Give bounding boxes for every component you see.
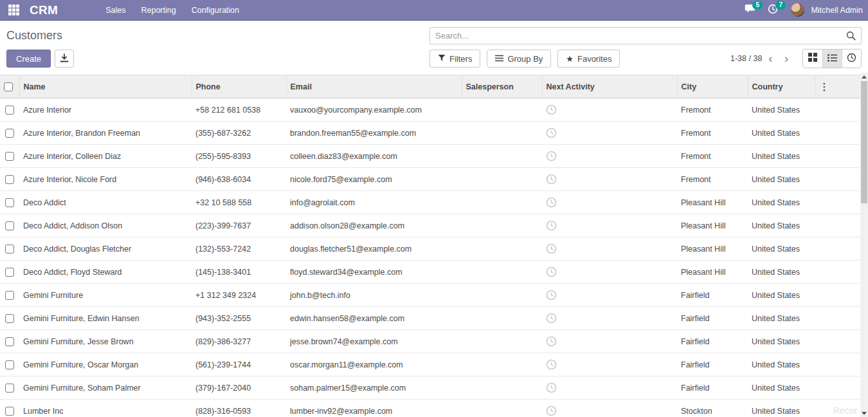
- row-checkbox[interactable]: [5, 198, 14, 207]
- next-activity-clock-icon[interactable]: [546, 197, 673, 208]
- vertical-scrollbar[interactable]: [860, 73, 868, 417]
- table-row[interactable]: Azure Interior, Nicole Ford (946)-638-60…: [0, 168, 860, 191]
- cell-name[interactable]: Gemini Furniture, Edwin Hansen: [19, 307, 192, 330]
- table-row[interactable]: Gemini Furniture, Jesse Brown (829)-386-…: [0, 330, 860, 353]
- next-activity-clock-icon[interactable]: [546, 313, 673, 324]
- next-activity-clock-icon[interactable]: [546, 220, 673, 231]
- table-row[interactable]: Azure Interior, Brandon Freeman (355)-68…: [0, 122, 860, 145]
- table-row[interactable]: Deco Addict +32 10 588 558 info@agrolait…: [0, 191, 860, 214]
- cell-name[interactable]: Deco Addict, Addison Olson: [19, 214, 192, 237]
- table-row[interactable]: Gemini Furniture +1 312 349 2324 john.b@…: [0, 284, 860, 307]
- table-row[interactable]: Deco Addict, Addison Olson (223)-399-763…: [0, 214, 860, 237]
- column-header-name[interactable]: Name: [19, 75, 192, 98]
- next-activity-clock-icon[interactable]: [546, 290, 673, 301]
- menu-sales[interactable]: Sales: [98, 0, 133, 21]
- cell-email: floyd.steward34@example.com: [286, 261, 462, 284]
- column-header-phone[interactable]: Phone: [192, 75, 286, 98]
- row-checkbox[interactable]: [5, 360, 14, 369]
- app-brand[interactable]: CRM: [30, 3, 58, 17]
- user-avatar[interactable]: [791, 3, 804, 17]
- select-all-checkbox[interactable]: [4, 82, 13, 91]
- column-header-email[interactable]: Email: [286, 75, 462, 98]
- row-checkbox[interactable]: [5, 291, 14, 300]
- cell-name[interactable]: Deco Addict: [19, 191, 192, 214]
- export-button[interactable]: [55, 50, 74, 68]
- kanban-view-button[interactable]: [803, 50, 822, 68]
- cell-name[interactable]: Azure Interior: [19, 98, 192, 122]
- optional-columns-icon[interactable]: ⋮: [815, 75, 860, 98]
- search-input[interactable]: [430, 31, 841, 41]
- row-checkbox[interactable]: [5, 407, 14, 416]
- scrollbar-up-arrow-icon[interactable]: [860, 73, 868, 80]
- cell-name[interactable]: Azure Interior, Nicole Ford: [19, 168, 192, 191]
- activities-button[interactable]: 7: [768, 3, 784, 18]
- column-header-next-activity[interactable]: Next Activity: [542, 75, 677, 98]
- user-menu[interactable]: Mitchell Admin: [811, 6, 863, 15]
- next-activity-clock-icon[interactable]: [546, 405, 673, 416]
- row-checkbox[interactable]: [5, 152, 14, 161]
- next-activity-clock-icon[interactable]: [546, 243, 673, 254]
- table-row[interactable]: Azure Interior, Colleen Diaz (255)-595-8…: [0, 145, 860, 168]
- table-row[interactable]: Azure Interior +58 212 681 0538 vauxoo@y…: [0, 98, 860, 122]
- cell-name[interactable]: Gemini Furniture, Oscar Morgan: [19, 353, 192, 376]
- next-activity-clock-icon[interactable]: [546, 104, 673, 115]
- cell-email: soham.palmer15@example.com: [286, 376, 462, 400]
- row-checkbox[interactable]: [5, 175, 14, 184]
- row-checkbox[interactable]: [5, 221, 14, 230]
- cell-name[interactable]: Deco Addict, Douglas Fletcher: [19, 237, 192, 261]
- menu-configuration[interactable]: Configuration: [184, 0, 247, 21]
- search-facets-row: Filters Group By ★ Favorites 1-38 / 38 ‹…: [429, 49, 862, 68]
- next-activity-clock-icon[interactable]: [546, 266, 673, 277]
- cell-name[interactable]: Azure Interior, Brandon Freeman: [19, 122, 192, 145]
- cell-phone: +1 312 349 2324: [192, 284, 286, 307]
- table-row[interactable]: Deco Addict, Douglas Fletcher (132)-553-…: [0, 237, 860, 261]
- cell-city: Pleasant Hill: [677, 261, 748, 284]
- row-checkbox[interactable]: [5, 384, 14, 393]
- create-button[interactable]: Create: [6, 50, 51, 68]
- menu-reporting[interactable]: Reporting: [133, 0, 183, 21]
- cell-name[interactable]: Gemini Furniture: [19, 284, 192, 307]
- apps-menu-icon[interactable]: [5, 2, 22, 19]
- next-activity-clock-icon[interactable]: [546, 174, 673, 185]
- table-row[interactable]: Deco Addict, Floyd Steward (145)-138-340…: [0, 261, 860, 284]
- search-icon[interactable]: [841, 31, 861, 41]
- favorites-button[interactable]: ★ Favorites: [557, 50, 620, 68]
- group-by-lines-icon: [495, 54, 503, 64]
- table-row[interactable]: Gemini Furniture, Oscar Morgan (561)-239…: [0, 353, 860, 376]
- group-by-button[interactable]: Group By: [487, 50, 551, 68]
- activity-view-button[interactable]: [842, 50, 861, 68]
- cell-name[interactable]: Lumber Inc: [19, 400, 192, 417]
- row-checkbox[interactable]: [5, 245, 14, 254]
- next-activity-clock-icon[interactable]: [546, 151, 673, 162]
- column-header-salesperson[interactable]: Salesperson: [462, 75, 542, 98]
- table-row[interactable]: Lumber Inc (828)-316-0593 lumber-inv92@e…: [0, 400, 860, 417]
- table-row[interactable]: Gemini Furniture, Edwin Hansen (943)-352…: [0, 307, 860, 330]
- cell-name[interactable]: Azure Interior, Colleen Diaz: [19, 145, 192, 168]
- messages-button[interactable]: 5: [745, 3, 761, 18]
- scrollbar-down-arrow-icon[interactable]: [860, 409, 868, 417]
- row-checkbox[interactable]: [5, 106, 14, 115]
- next-activity-clock-icon[interactable]: [546, 382, 673, 393]
- column-header-city[interactable]: City: [677, 75, 748, 98]
- cell-country: United States: [748, 330, 815, 353]
- row-checkbox[interactable]: [5, 314, 14, 323]
- cell-phone: (255)-595-8393: [192, 145, 286, 168]
- pager-previous-icon[interactable]: ‹: [763, 50, 777, 67]
- row-checkbox[interactable]: [5, 129, 14, 138]
- pager-next-icon[interactable]: ›: [779, 50, 793, 67]
- filters-button[interactable]: Filters: [429, 50, 480, 68]
- row-checkbox[interactable]: [5, 268, 14, 277]
- scrollbar-thumb[interactable]: [861, 81, 867, 203]
- cell-name[interactable]: Deco Addict, Floyd Steward: [19, 261, 192, 284]
- next-activity-clock-icon[interactable]: [546, 336, 673, 347]
- row-checkbox[interactable]: [5, 337, 14, 346]
- column-header-country[interactable]: Country: [748, 75, 815, 98]
- cell-name[interactable]: Gemini Furniture, Soham Palmer: [19, 376, 192, 400]
- next-activity-clock-icon[interactable]: [546, 359, 673, 370]
- customer-rows: Azure Interior +58 212 681 0538 vauxoo@y…: [0, 98, 860, 417]
- next-activity-clock-icon[interactable]: [546, 127, 673, 138]
- cell-name[interactable]: Gemini Furniture, Jesse Brown: [19, 330, 192, 353]
- table-row[interactable]: Gemini Furniture, Soham Palmer (379)-167…: [0, 376, 860, 400]
- cell-phone: (379)-167-2040: [192, 376, 286, 400]
- list-view-button[interactable]: [822, 50, 842, 68]
